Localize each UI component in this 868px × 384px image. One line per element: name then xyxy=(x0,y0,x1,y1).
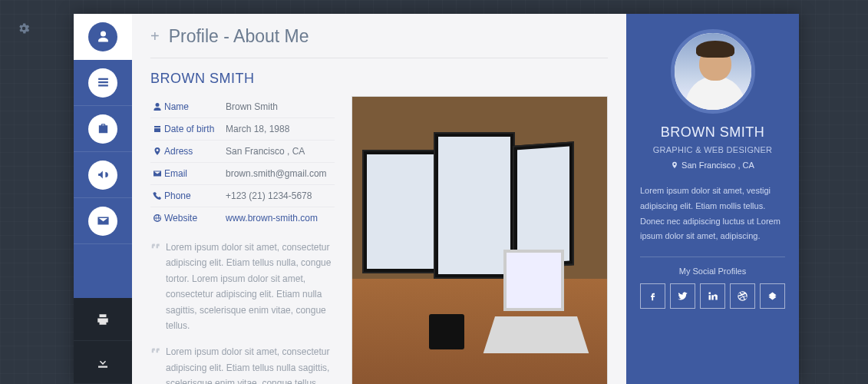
label-website: Website xyxy=(164,213,226,223)
page-title: + Profile - About Me xyxy=(150,26,608,58)
nav-portfolio[interactable] xyxy=(74,106,132,152)
info-row-name: Name Brown Smith xyxy=(150,96,335,118)
workspace-photo xyxy=(351,96,608,384)
envelope-icon xyxy=(150,169,164,178)
user-icon xyxy=(150,102,164,111)
sidebar-location: San Francisco , CA xyxy=(640,161,785,170)
info-table: Name Brown Smith Date of birth March 18,… xyxy=(150,96,335,384)
person-name-heading: BROWN SMITH xyxy=(150,71,608,87)
globe-icon xyxy=(150,214,164,223)
info-row-dob: Date of birth March 18, 1988 xyxy=(150,118,335,140)
info-row-website: Website www.brown-smith.com xyxy=(150,207,335,229)
sidebar-name: BROWN SMITH xyxy=(640,124,785,141)
social-dribbble[interactable] xyxy=(730,283,755,309)
label-phone: Phone xyxy=(164,190,226,201)
avatar xyxy=(671,29,755,114)
bullhorn-icon xyxy=(88,161,117,190)
value-website[interactable]: www.brown-smith.com xyxy=(226,213,335,223)
briefcase-icon xyxy=(88,114,117,144)
social-links xyxy=(640,283,785,309)
nav-contact[interactable] xyxy=(74,198,132,244)
value-name: Brown Smith xyxy=(226,101,335,112)
profile-sidebar: BROWN SMITH GRAPHIC & WEB DESIGNER San F… xyxy=(626,14,799,384)
sidebar-bio: Lorem ipsum dolor sit amet, vestigi adip… xyxy=(640,184,785,257)
envelope-icon xyxy=(88,207,117,236)
sidebar-role: GRAPHIC & WEB DESIGNER xyxy=(640,145,785,154)
calendar-icon xyxy=(150,124,164,134)
nav-resume[interactable] xyxy=(74,60,132,106)
info-row-address: Adress San Francisco , CA xyxy=(150,140,335,162)
social-twitter[interactable] xyxy=(670,283,695,309)
label-email: Email xyxy=(164,168,226,179)
settings-gear-icon[interactable] xyxy=(12,17,35,40)
value-dob: March 18, 1988 xyxy=(226,124,335,134)
resume-card: + Profile - About Me BROWN SMITH Name Br… xyxy=(74,14,799,384)
social-flickr[interactable] xyxy=(760,283,785,309)
label-dob: Date of birth xyxy=(164,124,226,134)
plus-icon: + xyxy=(150,28,160,45)
pin-icon xyxy=(150,147,164,156)
label-name: Name xyxy=(164,101,226,112)
bio-paragraph-1: Lorem ipsum dolor sit amet, consectetur … xyxy=(150,240,335,333)
download-button[interactable] xyxy=(74,341,132,384)
info-row-email: Email brown.smith@gmail.com xyxy=(150,162,335,184)
user-icon xyxy=(88,22,117,51)
social-linkedin[interactable] xyxy=(700,283,725,309)
info-row-phone: Phone +123 (21) 1234-5678 xyxy=(150,184,335,207)
main-content: + Profile - About Me BROWN SMITH Name Br… xyxy=(132,14,626,384)
utility-buttons xyxy=(74,298,132,384)
value-address: San Francisco , CA xyxy=(226,146,335,157)
value-phone: +123 (21) 1234-5678 xyxy=(226,190,335,201)
page-title-text: Profile - About Me xyxy=(169,26,309,47)
social-facebook[interactable] xyxy=(640,283,665,309)
pin-icon xyxy=(671,161,678,169)
print-button[interactable] xyxy=(74,298,132,341)
nav-profile[interactable] xyxy=(74,14,132,60)
quote-icon xyxy=(150,241,161,257)
quote-icon xyxy=(150,346,161,361)
bio-paragraph-2: Lorem ipsum dolor sit amet, consectetur … xyxy=(150,344,335,384)
nav-blog[interactable] xyxy=(74,152,132,198)
value-email: brown.smith@gmail.com xyxy=(226,168,335,179)
phone-icon xyxy=(150,191,164,200)
layers-icon xyxy=(88,68,117,98)
social-label: My Social Profiles xyxy=(640,266,785,276)
label-address: Adress xyxy=(164,146,226,157)
